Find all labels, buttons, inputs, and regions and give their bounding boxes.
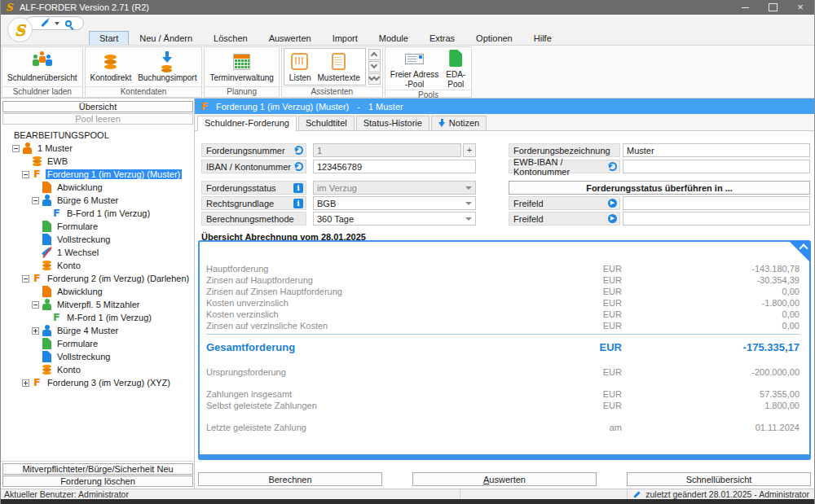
ribbon-button-kontodirekt[interactable]: Kontodirekt (87, 51, 135, 83)
tab-schuldtitel[interactable]: Schuldtitel (298, 116, 355, 130)
form-row: Freifeld (509, 212, 810, 226)
tree-item[interactable]: 1 Wechsel (1, 246, 194, 259)
footer-buttons: Berechnen Auswerten Schnellübersicht (198, 472, 811, 486)
f-icon (51, 208, 62, 219)
forderungsstatus-select[interactable]: im Verzug (313, 181, 476, 195)
ribbon-button-freier-adress-pool[interactable]: Freier Adress -Pool (387, 48, 442, 89)
expander-icon[interactable] (22, 379, 29, 387)
statement-row: HauptforderungEUR-143.180,78 (206, 263, 800, 274)
tree-item[interactable]: EWB (1, 155, 194, 168)
ribbon-button-terminverwaltung[interactable]: Terminverwaltung (206, 51, 276, 83)
tab-notizen[interactable]: Notizen (431, 116, 487, 130)
expander-icon[interactable] (22, 171, 29, 178)
tree-item[interactable]: Mitverpfl. 5 Mitzahler (1, 298, 194, 311)
forderungsbezeichnung-input[interactable] (623, 143, 810, 157)
maximize-icon[interactable] (759, 0, 786, 15)
refresh-icon[interactable] (608, 162, 617, 171)
tree-item[interactable]: Konto (1, 259, 194, 272)
forderungsnummer-input[interactable] (313, 143, 461, 157)
tree-item[interactable]: Forderung 2 (im Verzug) (Darlehen) (1, 272, 194, 285)
collapse-corner[interactable] (789, 241, 810, 262)
form-row: IBAN / Kontonummer (201, 160, 482, 173)
gallery-item-listen[interactable]: Listen (286, 51, 315, 83)
coins-icon (100, 51, 121, 72)
schnelluebersicht-button[interactable]: Schnellübersicht (627, 472, 811, 486)
tree-item[interactable]: 1 Muster (1, 142, 194, 155)
chevron-down-icon[interactable] (55, 22, 59, 25)
search-icon[interactable] (65, 20, 72, 27)
ribbon-tab-neu-ändern[interactable]: Neu / Ändern (129, 31, 203, 45)
tab-schuldner-forderung[interactable]: Schuldner-Forderung (197, 116, 297, 131)
tree-item[interactable]: Formulare (1, 337, 194, 350)
tree-item[interactable]: BEARBEITUNGSPOOL (1, 129, 194, 142)
gallery-more-button[interactable] (368, 73, 381, 85)
freifeld-input[interactable] (623, 212, 810, 226)
tree-item[interactable]: Forderung 1 (im Verzug) (Muster) (1, 168, 194, 181)
expander-icon[interactable] (12, 145, 20, 152)
ribbon-button-buchungsimport[interactable]: Buchungsimport (134, 51, 200, 83)
increment-button[interactable] (463, 143, 476, 157)
ribbon-tab-module[interactable]: Module (368, 31, 419, 45)
tree-item[interactable]: Vollstreckung (1, 233, 194, 246)
ribbon-tab-extras[interactable]: Extras (419, 31, 465, 45)
ribbon-tab-auswerten[interactable]: Auswerten (258, 31, 322, 45)
uebersicht-button[interactable]: Übersicht (2, 101, 193, 112)
gallery-up-button[interactable] (368, 49, 381, 60)
gallery-item-mustertexte[interactable]: Mustertexte (315, 51, 363, 83)
statusbar-right-section: zuletzt geändert 28.01.2025 - Administra… (627, 489, 814, 499)
info-icon[interactable] (293, 183, 303, 193)
tree-item[interactable]: B-Ford 1 (im Verzug) (1, 207, 194, 220)
window-title: ALF-FORDER Version 2.71 (R2) (20, 2, 149, 12)
minimize-icon[interactable] (731, 0, 759, 15)
close-icon[interactable] (786, 0, 814, 15)
statement-row-currency: EUR (573, 401, 622, 410)
tree-item[interactable]: Bürge 4 Muster (1, 324, 194, 337)
ribbon-tab-start[interactable]: Start (89, 31, 129, 45)
tab-status-historie[interactable]: Status-Historie (356, 116, 430, 130)
iban-kontonummer-input[interactable] (313, 160, 476, 173)
refresh-icon[interactable] (294, 146, 303, 155)
field-label-ewb-iban-kontonummer: EWB-IBAN / Kontonummer (509, 160, 620, 173)
field-label-rechtsgrundlage: Rechtsgrundlage (201, 196, 306, 210)
expander-icon[interactable] (32, 327, 39, 335)
ribbon-tab-löschen[interactable]: Löschen (203, 31, 258, 45)
pencil-icon[interactable] (41, 20, 48, 27)
expander-icon[interactable] (32, 197, 39, 204)
rechtsgrundlage-select[interactable]: BGB (313, 196, 476, 210)
berechnen-button[interactable]: Berechnen (198, 472, 382, 486)
refresh-icon[interactable] (294, 162, 303, 171)
ribbon-button-eda-pool[interactable]: EDA- Pool (442, 48, 469, 89)
tree-item[interactable]: Formulare (1, 220, 194, 233)
info-icon[interactable] (293, 199, 303, 208)
ribbon-group-schuldner-laden: SchuldnerübersichtSchuldner laden (2, 46, 83, 98)
freifeld-input[interactable] (623, 196, 810, 210)
forderungsstatus-ueberfuehren-button[interactable]: Forderungsstatus überführen in ... (509, 181, 810, 195)
tree-item[interactable]: Bürge 6 Muster (1, 194, 194, 207)
tree-item[interactable]: Konto (1, 363, 194, 376)
ribbon-tab-optionen[interactable]: Optionen (465, 31, 523, 45)
berechnungsmethode-select[interactable]: 360 Tage (313, 212, 476, 226)
tree-item[interactable]: Abwicklung (1, 181, 194, 194)
ewb-iban-kontonummer-input[interactable] (623, 160, 810, 173)
forderung-loeschen-button[interactable]: Forderung löschen (2, 476, 193, 487)
tree-item[interactable]: Vollstreckung (1, 350, 194, 363)
listcard-icon (289, 51, 311, 72)
ribbon-tab-hilfe[interactable]: Hilfe (523, 31, 562, 45)
auswerten-button[interactable]: Auswerten (412, 472, 597, 486)
expander-icon[interactable] (22, 275, 29, 283)
tree-item[interactable]: M-Ford 1 (im Verzug) (1, 311, 194, 324)
ribbon-tab-import[interactable]: Import (322, 31, 368, 45)
circle-arrow-icon[interactable] (608, 199, 617, 208)
tree-item[interactable]: Forderung 3 (im Verzug) (XYZ) (1, 376, 194, 389)
doc-icon (42, 351, 52, 362)
expander-icon[interactable] (32, 301, 39, 309)
pool-leeren-button[interactable]: Pool leeren (2, 113, 193, 125)
gallery-down-button[interactable] (368, 61, 381, 72)
mitverpflichteter-neu-button[interactable]: Mitverpflichteter/Bürge/Sicherheit Neu (2, 463, 193, 475)
circle-arrow-icon[interactable] (608, 214, 617, 223)
tree-item[interactable]: Abwicklung (1, 285, 194, 298)
alf-logo-button[interactable] (7, 17, 33, 42)
doc-icon (42, 234, 52, 245)
ribbon-button-schuldnerübersicht[interactable]: Schuldnerübersicht (4, 51, 81, 83)
field-label-text: EWB-IBAN / Kontonummer (513, 157, 608, 177)
